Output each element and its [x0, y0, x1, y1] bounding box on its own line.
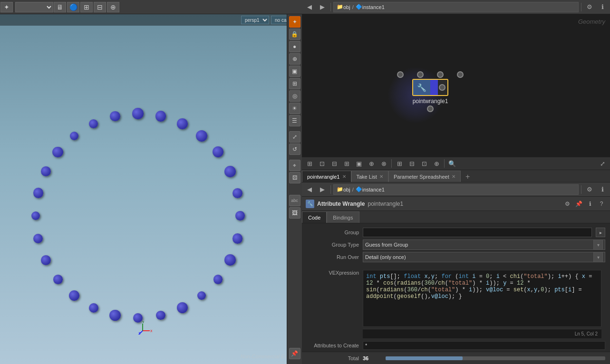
node-input-2[interactable]	[417, 71, 424, 78]
net-icon9[interactable]: ⊟	[406, 158, 417, 169]
lock-btn[interactable]: 🔒	[289, 29, 300, 40]
net-expand[interactable]: ⤢	[597, 158, 608, 169]
pin-btn[interactable]: 📌	[289, 348, 300, 359]
tab-close-1[interactable]: ✕	[379, 174, 383, 179]
group-input[interactable]	[363, 228, 592, 237]
second-nav: ◀ ▶ 📁 obj / 🔷 instance1 ⚙ ℹ	[302, 182, 610, 197]
frame-btn[interactable]: ▣	[289, 66, 300, 77]
header-help-btn[interactable]: ?	[597, 199, 606, 209]
separator2	[581, 3, 581, 11]
sphere-7	[235, 211, 244, 220]
param-back-btn[interactable]: ◀	[304, 184, 315, 195]
separator	[330, 3, 331, 11]
info-btn[interactable]: ℹ	[597, 2, 608, 12]
abc-btn[interactable]: abc	[289, 195, 300, 206]
param-breadcrumb[interactable]: 📁 obj / 🔷 instance1	[333, 184, 579, 195]
attr-to-create-row: Attributes to Create	[302, 340, 610, 351]
nav-back-btn[interactable]: ◀	[304, 2, 315, 12]
group-type-select[interactable]: Guess from Group ▾	[363, 239, 605, 250]
expand-btn[interactable]: ⤢	[289, 131, 300, 143]
run-over-arrow[interactable]: ▾	[593, 252, 603, 262]
node-input-1[interactable]	[397, 71, 404, 78]
eye-btn[interactable]: ●	[289, 41, 300, 52]
param-info-btn[interactable]: ℹ	[597, 184, 608, 195]
node-output-bottom[interactable]	[427, 105, 434, 112]
header-pin-btn[interactable]: 📌	[574, 199, 583, 209]
tab-pointwrangle1[interactable]: pointwrangle1 ✕	[302, 171, 351, 182]
run-over-select[interactable]: Detail (only once) ▾	[363, 252, 605, 262]
toolbar-icon1[interactable]: 🖥	[54, 2, 66, 12]
toolbar-icon5[interactable]: ⊕	[107, 2, 119, 12]
grid-btn[interactable]: ⊞	[289, 78, 300, 89]
breadcrumb-obj[interactable]: obj	[343, 4, 350, 10]
net-zoom[interactable]: 🔍	[446, 158, 458, 169]
node-output[interactable]	[439, 84, 445, 91]
toolbar-icon2[interactable]: 🔵	[67, 2, 79, 12]
code-tab-code[interactable]: Code	[302, 211, 327, 223]
net-icon8[interactable]: ⊞	[394, 158, 405, 169]
toolbar-icon3[interactable]: ⊞	[80, 2, 93, 12]
sphere-1	[155, 111, 166, 121]
settings-btn[interactable]: ⚙	[584, 2, 595, 12]
geometry-label: Geometry	[578, 18, 605, 25]
node-box[interactable]: 🔧	[412, 79, 448, 96]
sphere-0	[132, 108, 143, 119]
group-type-arrow[interactable]: ▾	[593, 239, 603, 250]
rotate-btn[interactable]: ↺	[289, 144, 300, 155]
vis-btn[interactable]: ◎	[289, 90, 300, 102]
param-fwd-btn[interactable]: ▶	[317, 184, 328, 195]
tab-label-0: pointwrangle1	[307, 174, 340, 180]
perspective-dropdown[interactable]: persp1	[241, 16, 269, 24]
tab-close-2[interactable]: ✕	[452, 174, 455, 179]
select-tool-btn[interactable]: ✦	[289, 16, 300, 28]
img-btn[interactable]: 🖼	[289, 207, 300, 219]
header-gear-btn[interactable]: ⚙	[562, 199, 572, 209]
code-tab-bindings[interactable]: Bindings	[327, 211, 359, 223]
tab-take-list[interactable]: Take List ✕	[351, 171, 388, 182]
param-bc-instance[interactable]: instance1	[362, 187, 385, 192]
net-icon7[interactable]: ⊗	[378, 158, 389, 169]
add-tab-btn[interactable]: +	[463, 172, 473, 182]
net-icon4[interactable]: ⊞	[341, 158, 352, 169]
net-icon2[interactable]: ⊡	[316, 158, 328, 169]
tab-param-spreadsheet[interactable]: Parameter Spreadsheet ✕	[388, 171, 461, 182]
nav-fwd-btn[interactable]: ▶	[317, 2, 328, 12]
net-icon3[interactable]: ⊟	[329, 158, 340, 169]
header-info-btn[interactable]: ℹ	[585, 199, 595, 209]
vex-area[interactable]: int pts[]; float x,y; for (int i = 0; i …	[363, 270, 601, 327]
net-icon5[interactable]: ▣	[353, 158, 365, 169]
group-btn[interactable]: ⚄	[289, 172, 300, 183]
obj-menu-dropdown[interactable]	[15, 2, 53, 12]
network-view[interactable]: Geometry 🔧 pointwrang	[302, 14, 610, 157]
group-param-row: Group ▸	[302, 226, 610, 239]
tab-close-0[interactable]: ✕	[342, 174, 346, 179]
breadcrumb-instance[interactable]: instance1	[362, 4, 385, 10]
obj-type-btn[interactable]: ✦	[0, 2, 13, 12]
sphere-24	[52, 147, 63, 158]
ln-col-indicator: Ln 5, Col 2	[575, 331, 598, 336]
attr-to-create-input[interactable]	[363, 341, 605, 350]
node-header-name: pointwrangle1	[368, 201, 403, 207]
magnet-btn[interactable]: ⊕	[289, 53, 300, 65]
node-container: 🔧 pointwrangle1	[387, 71, 473, 112]
snap-btn[interactable]: ⌖	[289, 160, 300, 171]
node-input-4[interactable]	[457, 71, 464, 78]
net-icon6[interactable]: ⊕	[366, 158, 377, 169]
breadcrumb[interactable]: 📁 obj / 🔷 instance1	[333, 2, 579, 12]
toolbar-icon4[interactable]: ⊟	[94, 2, 106, 12]
sphere-12	[177, 302, 188, 313]
node-input-3[interactable]	[437, 71, 444, 78]
node-header-actions: ⚙ 📌 ℹ ?	[562, 199, 606, 209]
obj-btn[interactable]: ☰	[289, 115, 300, 126]
node-icon-area: 🔧	[413, 80, 430, 95]
net-icon1[interactable]: ⊞	[304, 158, 315, 169]
param-bc-obj[interactable]: obj	[343, 187, 350, 192]
group-arrow-btn[interactable]: ▸	[596, 228, 605, 237]
total-label: Total	[307, 355, 359, 361]
light-btn[interactable]: ☀	[289, 103, 300, 114]
net-icon10[interactable]: ⊡	[418, 158, 430, 169]
param-settings-btn[interactable]: ⚙	[584, 184, 595, 195]
viewport[interactable]: persp1 no cam X Y Z Non-Commercial Editi…	[0, 14, 302, 364]
code-status-bar: Ln 5, Col 2	[363, 329, 601, 338]
net-icon11[interactable]: ⊕	[431, 158, 442, 169]
